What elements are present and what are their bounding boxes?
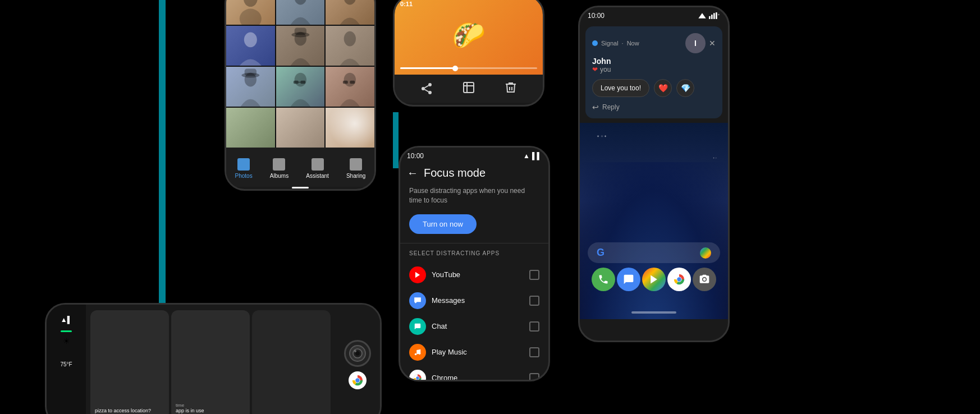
notif-msg-text: you	[600, 66, 611, 73]
chrome-icon-circle	[409, 370, 426, 381]
nav-sharing[interactable]: Sharing	[346, 158, 365, 179]
youtube-icon	[409, 266, 426, 283]
heart-icon: ❤	[592, 66, 598, 73]
notif-actions: Love you too! ❤️ 💎	[592, 79, 716, 97]
food-emoji: 🌮	[452, 20, 486, 51]
app-info-chat: Chat	[409, 318, 447, 335]
nav-assistant-label: Assistant	[306, 173, 329, 179]
turn-on-button[interactable]: Turn on now	[409, 214, 477, 234]
app-row-chrome: Chrome	[400, 365, 548, 381]
svg-rect-37	[709, 16, 711, 19]
share-icon[interactable]	[420, 82, 433, 95]
dock-phone-icon[interactable]	[592, 268, 615, 291]
back-button[interactable]: ←	[407, 167, 418, 180]
divider	[400, 243, 548, 243]
svg-rect-18	[300, 81, 305, 84]
svg-rect-40	[716, 12, 717, 19]
love-action-button[interactable]: Love you too!	[592, 79, 649, 97]
signal-app-icon	[592, 40, 598, 46]
svg-marker-31	[415, 272, 420, 278]
battery-icon	[61, 330, 72, 332]
signal-statusbar: 10:00	[580, 7, 728, 22]
nav-sharing-label: Sharing	[346, 173, 365, 179]
svg-rect-21	[343, 81, 348, 84]
bp-weather-icon: ☀	[63, 337, 70, 346]
chat-icon	[409, 318, 426, 335]
notif-header: Signal · Now I ✕	[592, 33, 716, 53]
playmusic-label: Play Music	[432, 348, 467, 356]
nav-assistant[interactable]: Assistant	[306, 158, 329, 179]
signal-notification: Signal · Now I ✕ John ❤ you Love you too…	[585, 26, 722, 118]
phone-bottom: ▲▌ ☀ 75°F pizza to access location? time…	[45, 303, 382, 414]
svg-point-5	[344, 0, 356, 5]
photo-cell	[276, 26, 325, 66]
delete-icon[interactable]	[504, 81, 518, 96]
google-search-bar[interactable]: G	[588, 242, 720, 263]
cyan-bar-right	[393, 112, 399, 168]
bp-card-location: pizza to access location?	[90, 310, 169, 414]
status-icons: ▲ ▌▌	[523, 152, 542, 160]
bp-signal-icon: ▲▌	[61, 316, 72, 324]
nav-albums-label: Albums	[270, 173, 288, 179]
chrome-checkbox[interactable]	[529, 373, 539, 381]
nav-albums[interactable]: Albums	[270, 158, 288, 179]
phone-video: 🌮 0:11	[393, 0, 544, 107]
svg-point-1	[240, 9, 262, 25]
photos-grid	[226, 0, 374, 148]
gem-emoji-button[interactable]: 💎	[676, 79, 694, 97]
wifi-icon: ▲	[523, 152, 530, 160]
notif-time: Now	[627, 40, 639, 47]
svg-point-25	[428, 91, 432, 94]
dock-camera-icon[interactable]	[693, 268, 716, 291]
app-row-messages: Messages	[400, 288, 548, 314]
chat-checkbox[interactable]	[529, 321, 539, 332]
dock-chrome-icon[interactable]	[667, 268, 691, 291]
photo-cell	[226, 26, 275, 66]
photo-cell	[276, 67, 325, 107]
svg-point-33	[419, 352, 421, 355]
nav-photos[interactable]: Photos	[235, 158, 253, 179]
svg-point-0	[244, 0, 258, 7]
video-time: 0:11	[400, 1, 413, 7]
video-thumbnail: 🌮 0:11	[395, 0, 543, 75]
camera-circle	[344, 340, 371, 367]
photo-cell	[276, 108, 325, 148]
app-row-youtube: YouTube	[400, 262, 548, 288]
svg-rect-39	[713, 13, 715, 19]
svg-rect-15	[245, 69, 257, 76]
close-notif-icon[interactable]: ✕	[709, 39, 716, 48]
svg-point-35	[416, 376, 419, 379]
focus-statusbar: 10:00 ▲ ▌▌	[400, 148, 548, 162]
edit-icon[interactable]	[462, 81, 475, 96]
reply-arrow-icon: ↩	[592, 103, 599, 112]
playmusic-checkbox[interactable]	[529, 347, 539, 357]
svg-line-26	[425, 90, 429, 92]
bp-card-time-label: time	[176, 403, 245, 408]
svg-point-23	[428, 83, 432, 86]
phone-home-bg: ✦ ✧ ✦ ✦ ✧ G	[580, 123, 728, 319]
video-progress	[400, 67, 537, 69]
home-indicator-photos	[292, 187, 309, 188]
svg-point-45	[703, 278, 706, 281]
messages-checkbox[interactable]	[529, 296, 539, 306]
svg-marker-36	[698, 13, 706, 18]
dock-messages-icon[interactable]	[617, 268, 640, 291]
progress-dot	[452, 66, 458, 71]
youtube-checkbox[interactable]	[529, 270, 539, 280]
bp-status-strip: ▲▌ ☀ 75°F	[47, 305, 86, 414]
dock-play-icon[interactable]	[642, 268, 666, 291]
phone-focus: 10:00 ▲ ▌▌ ← Focus mode Pause distractin…	[399, 146, 550, 381]
photo-cell	[226, 108, 275, 148]
bp-card-time-text: app is in use	[176, 408, 245, 414]
notif-app: Signal · Now	[592, 40, 639, 47]
svg-rect-38	[711, 15, 713, 19]
focus-description: Pause distracting apps when you need tim…	[400, 186, 548, 214]
photo-cell	[276, 0, 325, 25]
app-info-playmusic: Play Music	[409, 344, 467, 361]
progress-bar	[400, 67, 537, 69]
svg-point-16	[294, 73, 306, 87]
svg-point-2	[294, 0, 306, 5]
reply-row[interactable]: ↩ Reply	[592, 103, 716, 112]
app-info-chrome: Chrome	[409, 370, 457, 381]
heart-emoji-button[interactable]: ❤️	[654, 79, 672, 97]
